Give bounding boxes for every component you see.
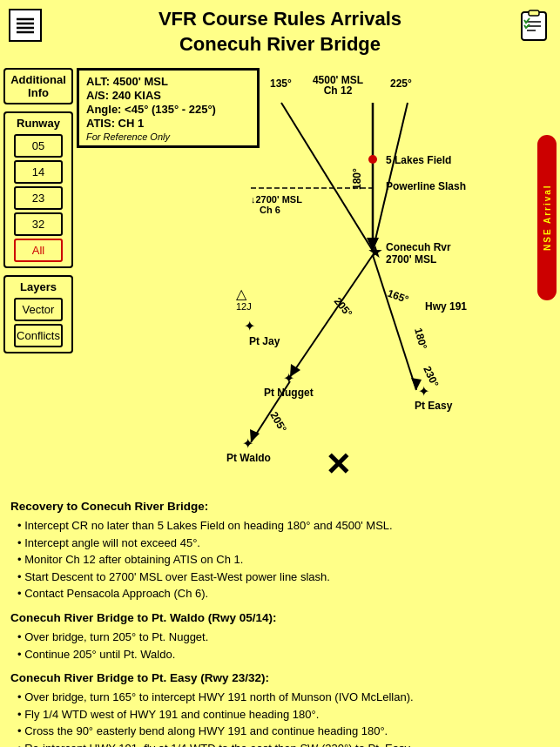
svg-line-19 — [290, 255, 373, 377]
runway-section: Runway 05 14 23 32 All — [3, 111, 73, 268]
pt-easy-star: ✦ — [418, 384, 429, 399]
section1-bullet2: • Intercept angle will not exceed 45°. — [17, 535, 550, 552]
runway-23-button[interactable]: 23 — [14, 186, 63, 210]
deg180b-label: 180° — [412, 326, 429, 351]
label-12j: 12J — [236, 301, 252, 312]
section1-bullet1: • Intercept CR no later than 5 Lakes Fie… — [17, 517, 550, 535]
checklist-icon[interactable] — [518, 9, 551, 42]
deg205a-label: 205° — [332, 295, 355, 320]
conecuh-msl-label: 2700' MSL — [386, 253, 436, 266]
airport-symbol: ✕ — [325, 447, 351, 482]
pt-jay-star: ✦ — [244, 319, 255, 333]
five-lakes-label: 5 Lakes Field — [386, 154, 451, 166]
deg225-label: 225° — [390, 77, 412, 90]
deg205b-label: 205° — [267, 410, 289, 435]
ch6-label: Ch 6 — [260, 205, 280, 215]
deg135-label: 135° — [270, 77, 292, 90]
powerline-label: Powerline Slash — [386, 180, 466, 192]
menu-icon[interactable] — [9, 9, 42, 42]
section3-title: Conecuh River Bridge to Pt. Easy (Rwy 23… — [10, 670, 550, 687]
conecuh-rvr-label: Conecuh Rvr — [386, 241, 451, 253]
description-section: Recovery to Conecuh River Bridge: • Inte… — [3, 488, 557, 747]
pt-waldo-label: Pt Waldo — [226, 452, 271, 464]
additional-info-label: Additional Info — [7, 71, 70, 101]
additional-info-section: Additional Info — [3, 68, 73, 104]
triangle-12j: △ — [236, 286, 247, 301]
conflicts-button[interactable]: Conflicts — [14, 324, 63, 347]
svg-line-10 — [373, 103, 408, 251]
section3-bullet2: • Fly 1/4 WTD west of HWY 191 and contin… — [17, 706, 550, 723]
pt-jay-label: Pt Jay — [249, 335, 280, 347]
runway-14-button[interactable]: 14 — [14, 160, 63, 184]
layers-label: Layers — [7, 279, 70, 295]
section1-bullet3: • Monitor Ch 12 after obtaining ATIS on … — [17, 551, 550, 569]
deg165-label: 165° — [386, 287, 410, 306]
section2-title: Conecuh River Bridge to Pt. Waldo (Rwy 0… — [10, 609, 550, 627]
flight-diagram: 4500' MSL Ch 12 135° 225° 180° 5 Lakes F… — [77, 68, 538, 486]
section1-bullet4: • Start Descent to 2700' MSL over East-W… — [17, 569, 550, 586]
nse-arrival-label: NSE Arrival — [537, 135, 557, 300]
section3-bullet3: • Cross the 90° easterly bend along HWY … — [17, 723, 550, 740]
layers-section: Layers Vector Conflicts — [3, 275, 73, 353]
ch12-label: Ch 12 — [324, 84, 353, 97]
section2-bullet1: • Over bridge, turn 205° to Pt. Nugget. — [17, 629, 550, 646]
section1-bullet5: • Contact Pensacola Approach (Ch 6). — [17, 585, 550, 602]
runway-label: Runway — [7, 115, 70, 131]
section3-bullet4: • Re-intercept HWY 191, fly at 1/4 WTD t… — [17, 740, 550, 747]
runway-32-button[interactable]: 32 — [14, 212, 63, 236]
pt-easy-label: Pt Easy — [415, 400, 453, 412]
msl2700-label: ↓2700' MSL — [251, 194, 302, 205]
svg-point-15 — [368, 155, 377, 164]
svg-rect-5 — [529, 10, 539, 16]
vector-button[interactable]: Vector — [14, 298, 63, 321]
deg180-label: 180° — [351, 168, 363, 190]
left-sidebar: Additional Info Runway 05 14 23 32 All L… — [3, 68, 73, 360]
section2-bullet2: • Continue 205° until Pt. Waldo. — [17, 646, 550, 663]
runway-all-button[interactable]: All — [14, 239, 63, 262]
section3-bullet1: • Over bridge, turn 165° to intercept HW… — [17, 689, 550, 706]
page-header: VFR Course Rules Arrivals Conecuh River … — [0, 0, 560, 62]
section1-title: Recovery to Conecuh River Bridge: — [10, 498, 550, 515]
hwy191-label: Hwy 191 — [425, 300, 467, 313]
runway-05-button[interactable]: 05 — [14, 134, 63, 158]
pt-waldo-star: ✦ — [242, 436, 253, 451]
page-title: VFR Course Rules Arrivals Conecuh River … — [52, 7, 508, 57]
pt-nugget-label: Pt Nugget — [264, 387, 314, 399]
svg-line-17 — [373, 255, 416, 390]
